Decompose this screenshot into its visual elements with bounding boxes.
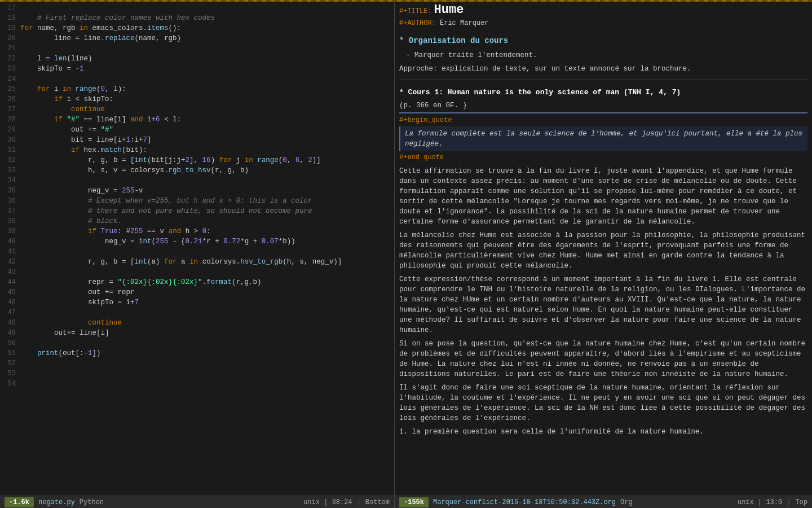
line-content: # black.: [20, 216, 394, 226]
line-number: 18: [0, 13, 20, 23]
line-number: 36: [0, 196, 20, 206]
line-content: bit = line[i+1:i+7]: [20, 135, 394, 145]
line-content: if i < skipTo:: [20, 94, 394, 104]
code-line: 40 neg_v = int(255 - (0.21*r + 0.72*g + …: [0, 237, 394, 247]
code-line: 31 if hex.match(bit):: [0, 145, 394, 155]
line-content: if True: #255 == v and h > 0:: [20, 226, 394, 237]
org-author-name: Éric Marquer: [440, 19, 488, 27]
code-line: 33 h, s, v = colorsys.rgb_to_hsv(r, g, b…: [0, 165, 394, 176]
code-area: 17 18 # First replace color names with h…: [0, 2, 394, 496]
line-number: 53: [0, 369, 20, 379]
org-para3-text: Cette expression/thèse correspond à un m…: [399, 275, 805, 334]
code-line: 32 r, g, b = [int(bit[j:j+2], 16) for j …: [0, 155, 394, 165]
code-line: 41: [0, 247, 394, 257]
code-line: 29 out += "#": [0, 125, 394, 135]
code-line: 24: [0, 74, 394, 84]
line-content: out+= line[i]: [20, 328, 394, 338]
line-number: 37: [0, 206, 20, 216]
line-number: 26: [0, 94, 20, 104]
line-content: [20, 358, 394, 369]
org-para1: Cette affirmation se trouve à la fin du …: [399, 166, 807, 227]
org-para1-text: Cette affirmation se trouve à la fin du …: [399, 167, 797, 226]
org-area: #+TITLE: Hume #+AUTHOR: Éric Marquer * O…: [395, 2, 812, 496]
line-content: out += repr: [20, 287, 394, 297]
line-content: out += "#": [20, 125, 394, 135]
org-quote-end: #+end_quote: [399, 152, 807, 163]
status-pos: unix | 38:24: [303, 498, 352, 506]
line-content: # there and not pure white, so should no…: [20, 206, 394, 216]
line-number: 19: [0, 23, 20, 33]
line-number: 40: [0, 237, 20, 247]
code-line: 38 # black.: [0, 216, 394, 226]
line-content: if "#" == line[i] and i+6 < l:: [20, 115, 394, 125]
status-sep-right: |: [787, 498, 791, 506]
status-scroll-right: Top: [795, 498, 807, 506]
line-number: 23: [0, 64, 20, 74]
org-quote-text: La formule complète est la seule science…: [405, 129, 803, 149]
line-content: [20, 176, 394, 186]
org-quote-block: La formule complète est la seule science…: [399, 126, 807, 151]
line-number: 43: [0, 267, 20, 277]
right-pane: #+TITLE: Hume #+AUTHOR: Éric Marquer * O…: [395, 2, 812, 508]
code-line: 20 line = line.replace(name, rgb): [0, 33, 394, 43]
code-line: 22 l = len(line): [0, 54, 394, 64]
code-line: 27 continue: [0, 104, 394, 115]
line-content: [20, 247, 394, 257]
line-content: line = line.replace(name, rgb): [20, 33, 394, 43]
line-content: skipTo = -1: [20, 64, 394, 74]
org-para6: 1. la première question sera celle de l'…: [399, 427, 807, 437]
code-line: 37 # there and not pure white, so should…: [0, 206, 394, 216]
line-number: 35: [0, 186, 20, 196]
line-content: l = len(line): [20, 54, 394, 64]
line-number: 30: [0, 135, 20, 145]
code-line: 47: [0, 308, 394, 318]
line-content: # First replace color names with hex cod…: [20, 13, 394, 23]
status-lang-right: Org: [620, 498, 633, 506]
code-line: 28 if "#" == line[i] and i+6 < l:: [0, 115, 394, 125]
line-content: [20, 267, 394, 277]
status-lang: Python: [80, 498, 104, 506]
line-content: continue: [20, 318, 394, 328]
line-content: neg_v = 255-v: [20, 186, 394, 196]
line-number: 33: [0, 165, 20, 176]
org-para2-text: La mélancolie chez Hume est associée à l…: [399, 231, 805, 270]
line-number: 31: [0, 145, 20, 155]
line-content: [20, 369, 394, 379]
code-line: 19 for name, rgb in emacs_colors.items()…: [0, 23, 394, 33]
code-line: 46 skipTo = i+7: [0, 297, 394, 308]
org-para4: Si on se pose la question, qu'est-ce que…: [399, 339, 807, 379]
status-bar-left: -1.6k negate.py Python unix | 38:24 | Bo…: [0, 496, 394, 508]
org-author-line: #+AUTHOR: Éric Marquer: [399, 17, 807, 29]
org-para5: Il s'agit donc de faire une sci sceptiqu…: [399, 383, 807, 423]
org-para3: Cette expression/thèse correspond à un m…: [399, 274, 807, 335]
left-pane: 17 18 # First replace color names with h…: [0, 2, 395, 508]
line-content: [20, 3, 394, 13]
status-pos-right: unix | 13:0: [738, 498, 782, 506]
line-number: 54: [0, 379, 20, 389]
code-line: 36 # Except when v=255, but h and s > 0:…: [0, 196, 394, 206]
code-line: 35 neg_v = 255-v: [0, 186, 394, 196]
line-content: print(out[:-1]): [20, 348, 394, 358]
status-mode-right: -155k: [399, 497, 429, 507]
line-number: 45: [0, 287, 20, 297]
code-line: 49 out+= line[i]: [0, 328, 394, 338]
line-content: neg_v = int(255 - (0.21*r + 0.72*g + 0.0…: [20, 237, 394, 247]
code-line: 53: [0, 369, 394, 379]
line-content: skipTo = i+7: [20, 297, 394, 308]
code-line: 44 repr = "{:02x}{:02x}{:02x}".format(r,…: [0, 277, 394, 287]
line-content: [20, 338, 394, 348]
line-number: 32: [0, 155, 20, 165]
code-line: 34: [0, 176, 394, 186]
line-number: 28: [0, 115, 20, 125]
org-para4-text: Si on se pose la question, qu'est-ce que…: [399, 340, 805, 378]
line-content: for i in range(0, l):: [20, 84, 394, 94]
org-quote-begin: #+begin_quote: [399, 115, 807, 125]
line-content: r, g, b = [int(bit[j:j+2], 16) for j in …: [20, 155, 394, 165]
code-line: 39 if True: #255 == v and h > 0:: [0, 226, 394, 237]
code-line: 50: [0, 338, 394, 348]
line-number: 21: [0, 43, 20, 54]
line-number: 48: [0, 318, 20, 328]
line-number: 41: [0, 247, 20, 257]
line-number: 29: [0, 125, 20, 135]
line-content: continue: [20, 104, 394, 115]
